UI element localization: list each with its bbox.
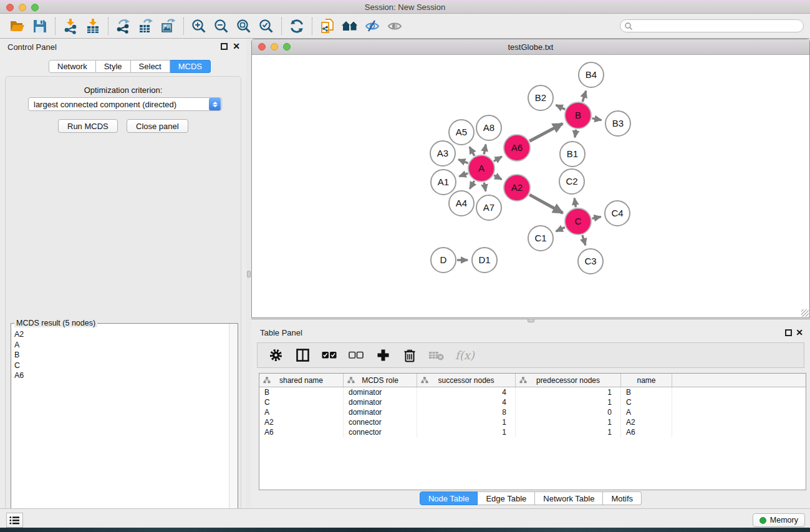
graph-node-A6[interactable]: A6 [504, 135, 530, 161]
tab-node-table[interactable]: Node Table [420, 491, 478, 505]
table-row[interactable]: A6connector11A6 [259, 427, 806, 437]
column-header-name[interactable]: name [621, 374, 672, 387]
graph-node-D[interactable]: D [431, 248, 456, 273]
window-resize-grip[interactable] [801, 309, 809, 317]
graph-edge-A-A7[interactable] [484, 183, 486, 191]
gear-icon[interactable] [268, 347, 284, 364]
close-table-panel-icon[interactable]: ✕ [796, 327, 803, 337]
tab-style[interactable]: Style [96, 60, 131, 73]
refresh-icon[interactable] [286, 16, 308, 37]
mcds-result-item[interactable]: A2 [12, 329, 229, 340]
tab-edge-table[interactable]: Edge Table [478, 491, 535, 505]
save-icon[interactable] [29, 16, 51, 37]
zoom-in-icon[interactable] [188, 16, 210, 37]
export-network-icon[interactable] [112, 16, 135, 37]
table-row[interactable]: Adominator80A [259, 407, 806, 417]
delete-table-icon[interactable] [428, 347, 445, 364]
graph-edge-A6-B[interactable] [529, 123, 562, 141]
graph-edge-A-A1[interactable] [459, 173, 468, 177]
home-icon[interactable] [339, 16, 361, 37]
add-row-icon[interactable] [375, 347, 391, 364]
graph-node-A2[interactable]: A2 [504, 175, 530, 201]
function-builder-icon[interactable]: f(x) [455, 349, 475, 362]
mcds-result-item[interactable]: B [12, 350, 229, 360]
criterion-dropdown[interactable]: largest connected component (directed) [28, 97, 222, 111]
graph-node-A[interactable]: A [468, 155, 494, 181]
graph-edge-A-A2[interactable] [494, 175, 501, 180]
task-list-icon[interactable] [6, 513, 23, 528]
column-header-successor-nodes[interactable]: successor nodes [417, 374, 516, 387]
column-header-shared-name[interactable]: shared name [259, 374, 344, 387]
graph-node-C3[interactable]: C3 [578, 249, 603, 274]
export-image-icon[interactable] [157, 16, 180, 37]
tab-mcds[interactable]: MCDS [170, 60, 211, 73]
graph-edge-A2-C[interactable] [529, 195, 562, 213]
table-row[interactable]: Cdominator41C [259, 397, 806, 407]
show-eye-icon[interactable] [383, 16, 406, 37]
close-panel-icon[interactable]: ✕ [233, 41, 240, 51]
graph-edge-C-C3[interactable] [582, 235, 586, 245]
import-network-icon[interactable] [59, 16, 82, 37]
graph-node-A8[interactable]: A8 [476, 115, 501, 140]
graph-edge-A-A4[interactable] [470, 181, 474, 189]
zoom-selected-icon[interactable] [255, 16, 277, 37]
network-window-titlebar[interactable]: testGlobe.txt [252, 39, 809, 55]
tab-network[interactable]: Network [49, 60, 96, 73]
graph-edge-B-B2[interactable] [556, 105, 566, 109]
graph-edge-C-C4[interactable] [592, 217, 601, 219]
graph-edge-A-A5[interactable] [470, 147, 475, 156]
float-table-panel-icon[interactable] [785, 329, 792, 336]
graph-node-B[interactable]: B [565, 102, 591, 128]
graph-node-C2[interactable]: C2 [559, 169, 584, 194]
graph-node-D1[interactable]: D1 [472, 248, 497, 273]
mcds-result-item[interactable]: A [12, 340, 229, 351]
graph-edge-C-C2[interactable] [574, 198, 576, 208]
graph-node-A4[interactable]: A4 [449, 191, 474, 216]
graph-node-A3[interactable]: A3 [430, 141, 455, 166]
hide-panels-icon[interactable] [361, 16, 383, 37]
graph-node-B4[interactable]: B4 [579, 62, 604, 87]
mcds-result-item[interactable]: C [12, 360, 229, 371]
graph-node-C1[interactable]: C1 [528, 226, 553, 251]
tab-select[interactable]: Select [131, 60, 170, 73]
table-row[interactable]: A2connector11A2 [259, 417, 806, 427]
graph-node-B3[interactable]: B3 [605, 111, 630, 136]
graph-edge-A-A3[interactable] [458, 160, 468, 163]
network-canvas[interactable]: AA1A2A3A4A5A6A7A8BB1B2B3B4CC1C2C3C4DD1 [252, 55, 809, 317]
graph-edge-B-B3[interactable] [592, 118, 602, 120]
tab-network-table[interactable]: Network Table [535, 491, 603, 505]
column-header-MCDS-role[interactable]: MCDS role [344, 374, 417, 387]
graph-node-A1[interactable]: A1 [431, 170, 456, 195]
open-folder-icon[interactable] [6, 16, 29, 37]
column-header-predecessor-nodes[interactable]: predecessor nodes [516, 374, 621, 387]
graph-edge-B-B1[interactable] [575, 130, 576, 138]
graph-node-A5[interactable]: A5 [449, 120, 474, 145]
graph-edge-A-A6[interactable] [494, 157, 502, 162]
graph-edge-B-B4[interactable] [582, 91, 586, 102]
vertical-splitter-handle[interactable] [247, 271, 251, 278]
mcds-result-item[interactable]: A6 [12, 370, 229, 381]
run-mcds-button[interactable]: Run MCDS [58, 119, 118, 133]
duplicate-network-icon[interactable] [316, 16, 339, 37]
deselect-all-checkboxes-icon[interactable] [348, 347, 364, 364]
zoom-out-icon[interactable] [210, 16, 233, 37]
import-table-icon[interactable] [82, 16, 104, 37]
graph-node-A7[interactable]: A7 [476, 195, 501, 220]
export-table-icon[interactable] [135, 16, 157, 37]
select-all-checkboxes-icon[interactable] [321, 347, 337, 364]
close-panel-button[interactable]: Close panel [127, 119, 188, 133]
search-input[interactable] [633, 21, 803, 31]
column-layout-icon[interactable] [294, 347, 311, 364]
search-field[interactable] [620, 19, 804, 32]
tab-motifs[interactable]: Motifs [603, 491, 642, 505]
zoom-fit-icon[interactable] [233, 16, 255, 37]
memory-button[interactable]: Memory [753, 513, 805, 527]
graph-node-C[interactable]: C [565, 208, 591, 235]
float-panel-icon[interactable] [221, 43, 228, 50]
graph-node-B1[interactable]: B1 [560, 142, 585, 167]
graph-node-C4[interactable]: C4 [605, 201, 630, 226]
graph-node-B2[interactable]: B2 [528, 85, 553, 110]
graph-edge-A-A8[interactable] [484, 145, 486, 155]
graph-edge-C-C1[interactable] [556, 227, 565, 231]
mcds-result-scrollbar[interactable] [229, 324, 238, 531]
